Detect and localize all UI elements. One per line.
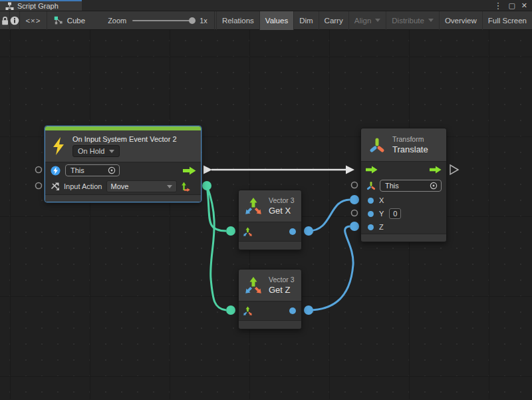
tab-bar: Script Graph ⋮ ▢ ✕ — [0, 0, 532, 11]
getx-category: Vector 3 — [269, 196, 295, 204]
node-vector3-get-x[interactable]: Vector 3 Get X — [238, 190, 302, 250]
getz-port-row — [239, 301, 301, 320]
wire-getz-to-z[interactable] — [309, 226, 353, 310]
object-picker-icon[interactable] — [430, 182, 438, 190]
maximize-icon[interactable]: ▢ — [508, 2, 515, 9]
graph-icon — [5, 2, 14, 10]
zoom-label: Zoom — [108, 17, 126, 25]
port-getz-output[interactable] — [304, 305, 313, 315]
wire-getx-to-x[interactable] — [309, 200, 350, 231]
translate-this-value: This — [385, 182, 427, 190]
vector3-mini-icon[interactable] — [243, 227, 253, 237]
x-port-dot[interactable] — [368, 198, 374, 204]
getx-node-footer — [239, 241, 301, 250]
input-action-icon — [51, 182, 60, 191]
flow-in-icon[interactable] — [366, 166, 378, 174]
port-translate-this-input[interactable] — [352, 182, 358, 188]
z-port-dot[interactable] — [368, 224, 374, 230]
port-getx-output[interactable] — [304, 226, 313, 236]
graph-breadcrumb[interactable]: Cube — [47, 16, 91, 25]
x-port-label: X — [379, 196, 384, 204]
tab-title: Script Graph — [17, 2, 59, 10]
port-event-action-input[interactable] — [36, 183, 42, 189]
event-node-footer — [45, 194, 201, 202]
lock-button[interactable] — [0, 11, 9, 30]
overview-button[interactable]: Overview — [439, 11, 482, 30]
graph-canvas[interactable]: On Input System Event Vector 2 On Hold T… — [0, 30, 532, 399]
toolbar-separator — [214, 11, 215, 30]
flow-out-icon[interactable] — [430, 166, 442, 174]
flow-in-arrowhead — [346, 166, 354, 174]
event-mode-dropdown[interactable]: On Hold — [72, 145, 120, 157]
port-vector2-output[interactable] — [202, 181, 211, 190]
input-action-value: Move — [111, 182, 163, 190]
translate-title: Translate — [392, 144, 428, 154]
lock-icon — [1, 16, 9, 25]
gameobject-icon — [51, 166, 61, 176]
window-controls: ⋮ ▢ ✕ — [493, 0, 532, 11]
info-button[interactable] — [10, 11, 19, 30]
port-translate-x-input[interactable] — [350, 195, 359, 204]
event-this-row: This — [45, 162, 201, 178]
getx-port-row — [239, 222, 301, 241]
vector2-type-icon — [181, 182, 190, 192]
values-button[interactable]: Values — [259, 11, 293, 30]
distribute-button-label: Distribute — [392, 17, 424, 25]
event-action-row: Input Action Move — [45, 178, 201, 194]
graph-name: Cube — [67, 17, 86, 25]
z-port-label: Z — [379, 223, 384, 231]
port-getx-input[interactable] — [226, 226, 235, 236]
wire-vector2-to-getz[interactable] — [207, 186, 226, 310]
event-this-value: This — [70, 166, 105, 174]
toolbar-buttons: Relations Values Dim Carry Align Distrib… — [216, 11, 532, 30]
info-icon — [10, 16, 19, 25]
y-value-field[interactable]: 0 — [389, 208, 401, 219]
graph-toolbar: <×> Cube Zoom 1x Relations Values Dim Ca… — [0, 11, 532, 30]
getx-result-dot[interactable] — [289, 228, 296, 235]
translate-flow-row — [361, 162, 446, 178]
node-vector3-get-z[interactable]: Vector 3 Get Z — [238, 269, 302, 329]
port-translate-flow-output[interactable] — [450, 165, 458, 174]
input-action-label: Input Action — [64, 182, 102, 190]
chevron-down-icon — [428, 19, 434, 22]
port-translate-y-input[interactable] — [352, 210, 358, 216]
relations-button[interactable]: Relations — [216, 11, 259, 30]
code-view-button[interactable]: <×> — [20, 11, 46, 30]
input-action-dropdown[interactable]: Move — [106, 180, 177, 192]
vector3-mini-icon[interactable] — [243, 306, 253, 316]
translate-category: Transform — [392, 135, 428, 143]
align-button: Align — [348, 11, 386, 30]
translate-x-row: X — [361, 194, 446, 207]
event-node-header: On Input System Event Vector 2 On Hold — [45, 130, 201, 162]
dim-button[interactable]: Dim — [293, 11, 318, 30]
event-this-field[interactable]: This — [65, 164, 120, 176]
distribute-button: Distribute — [386, 11, 439, 30]
zoom-slider-handle[interactable] — [189, 17, 196, 24]
translate-this-field[interactable]: This — [380, 180, 442, 192]
event-mode-value: On Hold — [78, 147, 104, 155]
flow-out-arrowhead — [203, 166, 212, 174]
getz-result-dot[interactable] — [289, 307, 296, 314]
tab-script-graph[interactable]: Script Graph — [0, 0, 82, 11]
vector3-icon — [244, 197, 263, 216]
node-on-input-system-event[interactable]: On Input System Event Vector 2 On Hold T… — [45, 126, 201, 202]
zoom-slider[interactable] — [132, 20, 194, 21]
close-icon[interactable]: ✕ — [521, 2, 527, 9]
lightning-icon — [52, 137, 65, 155]
object-picker-icon[interactable] — [108, 166, 116, 174]
port-translate-z-input[interactable] — [350, 222, 359, 231]
zoom-value: 1x — [200, 17, 207, 25]
window-menu-icon[interactable]: ⋮ — [493, 1, 502, 10]
align-button-label: Align — [354, 17, 372, 25]
translate-y-row: Y 0 — [361, 207, 446, 220]
port-event-this-input[interactable] — [36, 167, 42, 173]
full-screen-button[interactable]: Full Screen — [482, 11, 532, 30]
graph-breadcrumb-icon — [54, 16, 63, 25]
carry-button[interactable]: Carry — [319, 11, 348, 30]
flow-out-icon[interactable] — [183, 166, 196, 175]
translate-z-row: Z — [361, 220, 446, 234]
port-getz-input[interactable] — [226, 305, 235, 315]
node-transform-translate[interactable]: Transform Translate — [360, 128, 447, 242]
getz-category: Vector 3 — [269, 276, 295, 284]
y-port-dot[interactable] — [368, 211, 374, 217]
